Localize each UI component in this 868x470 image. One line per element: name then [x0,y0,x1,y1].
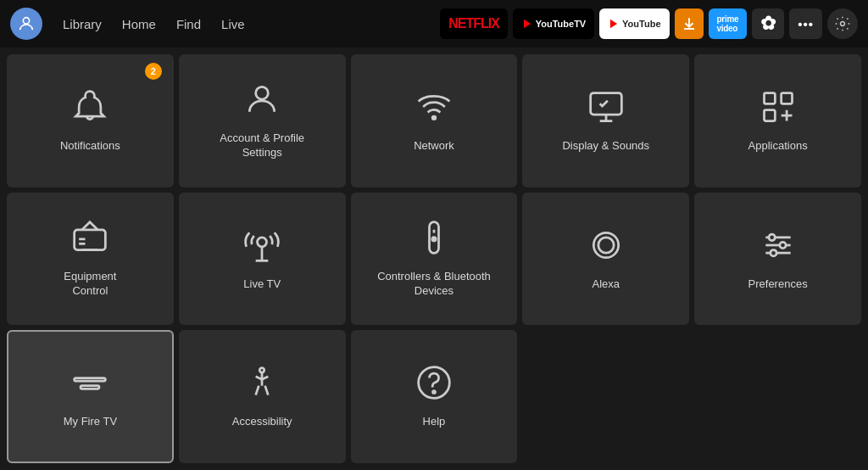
svg-rect-28 [75,378,106,382]
firetv-icon [71,364,108,406]
svg-rect-11 [75,230,106,250]
grid-alexa[interactable]: Alexa [522,193,689,326]
antenna-icon [243,227,281,269]
svg-point-6 [432,116,436,120]
display-icon [587,88,625,131]
alexa-icon [587,227,625,269]
app-youtubetv[interactable]: YouTubeTV [513,8,594,39]
grid-myfiretv[interactable]: My Fire TV [7,330,174,463]
help-label: Help [423,415,446,429]
nav-library[interactable]: Library [63,17,102,31]
app-netflix[interactable]: NETFLIX [440,8,508,39]
grid-applications[interactable]: Applications [694,54,861,187]
app-flower[interactable]: ✿ [752,8,784,39]
svg-point-25 [769,234,775,240]
notifications-label: Notifications [60,139,120,154]
alexa-label: Alexa [593,277,620,292]
account-label: Account & ProfileSettings [220,131,304,160]
grid-notifications[interactable]: 2 Notifications [7,54,174,187]
nav-home[interactable]: Home [122,17,156,31]
app-downloader[interactable] [675,8,704,39]
svg-point-21 [598,237,614,252]
sliders-icon [760,227,797,269]
svg-point-33 [433,391,436,394]
settings-button[interactable] [827,8,858,39]
preferences-label: Preferences [748,277,808,292]
grid-livetv[interactable]: Live TV [179,193,346,326]
grid-display[interactable]: Display & Sounds [522,54,689,187]
svg-marker-2 [610,20,617,29]
nav-find[interactable]: Find [176,17,201,31]
bell-icon [71,88,108,131]
person-icon [243,81,281,123]
apps-icon [760,88,797,131]
app-youtube[interactable]: YouTube [599,8,669,39]
accessibility-label: Accessibility [232,415,292,429]
display-label: Display & Sounds [562,139,649,154]
nav-live[interactable]: Live [221,17,245,31]
grid-preferences[interactable]: Preferences [694,193,861,326]
svg-point-4 [841,22,845,26]
app-icons: NETFLIX YouTubeTV YouTube primevideo ✿ •… [440,8,858,39]
applications-label: Applications [748,139,808,154]
svg-point-14 [258,237,267,246]
svg-point-5 [256,87,269,100]
grid-accessibility[interactable]: Accessibility [179,330,346,463]
grid-empty-2 [694,330,861,463]
svg-point-26 [779,242,785,248]
notification-badge: 2 [145,63,162,80]
myfiretv-label: My Fire TV [64,415,117,429]
settings-grid: 2 Notifications Account & ProfileSetting… [0,48,868,470]
grid-network[interactable]: Network [351,54,518,187]
svg-rect-29 [81,386,99,389]
svg-point-0 [23,18,29,24]
help-icon [415,364,453,406]
top-navigation: Library Home Find Live NETFLIX YouTubeTV… [0,0,868,48]
wifi-icon [415,88,453,131]
svg-rect-8 [764,92,775,104]
app-more[interactable]: ••• [789,8,822,39]
network-label: Network [414,139,454,154]
app-prime[interactable]: primevideo [709,8,748,39]
user-avatar[interactable] [10,8,42,40]
tv-icon [71,219,108,261]
grid-empty-1 [522,330,689,463]
equipment-label: EquipmentControl [64,270,116,299]
grid-account[interactable]: Account & ProfileSettings [179,54,346,187]
svg-point-30 [259,368,264,373]
svg-point-27 [770,249,776,255]
svg-marker-1 [524,20,531,29]
grid-help[interactable]: Help [351,330,518,463]
grid-controllers[interactable]: Controllers & BluetoothDevices [351,193,518,326]
livetv-label: Live TV [243,277,281,292]
nav-links: Library Home Find Live [63,17,245,31]
svg-point-19 [432,238,436,241]
accessibility-icon [243,364,281,406]
remote-icon [415,219,453,261]
svg-rect-9 [781,92,792,104]
grid-equipment[interactable]: EquipmentControl [7,193,174,326]
controllers-label: Controllers & BluetoothDevices [377,270,491,299]
svg-rect-10 [764,110,775,121]
